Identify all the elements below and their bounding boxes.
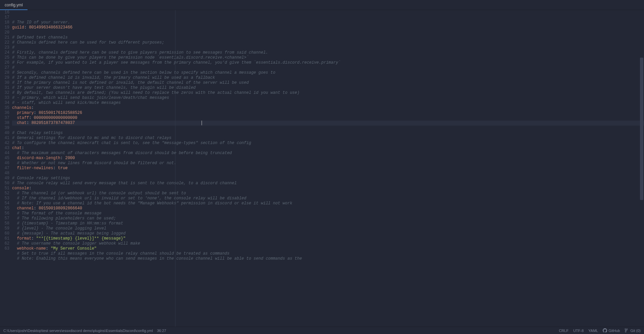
key-token: chat	[17, 121, 26, 125]
line-number: 24	[0, 50, 9, 55]
code-line[interactable]: # Channels defined here can be used for …	[12, 40, 644, 45]
status-file-path: C:\Users\joshr\Desktop\test servers\essx…	[3, 329, 153, 333]
comment-token: #	[12, 65, 14, 70]
code-line[interactable]: # - staff, which will send kick/mute mes…	[12, 101, 644, 106]
comment-token: # The following placeholders can be used…	[17, 216, 116, 221]
code-line[interactable]: discord-max-length: 2000	[12, 156, 644, 161]
comment-token: # The maximum amount of characters messa…	[17, 151, 232, 155]
comment-token: # - primary, which will send basic join/…	[12, 95, 169, 100]
code-line[interactable]: # If your server doesn't have any text c…	[12, 85, 644, 90]
code-line[interactable]	[12, 30, 644, 35]
scrollbar-thumb[interactable]	[640, 58, 643, 200]
git-branch-icon	[625, 328, 629, 333]
code-line[interactable]: # If the channel id/webhook url is inval…	[12, 196, 644, 201]
status-cursor-position[interactable]: 36:27	[157, 329, 166, 333]
code-line[interactable]: # {timestamp} - Timestamp in HH:mm:ss fo…	[12, 221, 644, 226]
token: :	[26, 121, 31, 125]
code-line[interactable]: # Whether or not new lines from discord …	[12, 161, 644, 166]
code-line[interactable]: # Console relay settings	[12, 176, 644, 181]
code-line[interactable]: # This can be done by give your players …	[12, 55, 644, 60]
line-number: 31	[0, 85, 9, 90]
status-line-separator[interactable]: CRLF	[559, 329, 569, 333]
code-line[interactable]: # Firstly, channels defined here can be …	[12, 50, 644, 55]
comment-token: # Whether or not new lines from discord …	[17, 161, 176, 165]
code-line[interactable]: # Note: Enabling this means everyone who…	[12, 256, 644, 261]
comment-token: # By default, two channels are defined; …	[12, 90, 300, 95]
code-line[interactable]: # The ID of your server.	[12, 20, 644, 25]
code-line[interactable]: # Note: If you use a channel id the bot …	[12, 201, 644, 206]
code-line[interactable]: # Defined text channels	[12, 35, 644, 40]
line-number: 25	[0, 55, 9, 60]
code-line[interactable]: channels:	[12, 106, 644, 111]
line-number: 48	[0, 171, 9, 176]
key-token: webhook-name	[17, 246, 46, 251]
code-line[interactable]	[12, 126, 644, 131]
line-number: 43	[0, 146, 9, 151]
tab-config-yml[interactable]: config.yml	[0, 0, 28, 10]
number-token: 801499634866323466	[29, 25, 72, 30]
code-line[interactable]: #	[12, 45, 644, 50]
token: true	[58, 166, 68, 171]
code-line[interactable]: # {level} - The console logging level	[12, 226, 644, 231]
comment-token: # Note: If you use a channel id the bot …	[17, 201, 292, 206]
code-line[interactable]	[12, 171, 644, 176]
code-line[interactable]: channel: 801500108092866640	[12, 206, 644, 211]
number-token: 801500176102588526	[39, 111, 82, 115]
code-line[interactable]: # If the primary channel is not defined …	[12, 80, 644, 85]
code-line[interactable]: #	[12, 65, 644, 70]
line-number: 27	[0, 65, 9, 70]
code-line[interactable]: # The format of the console message	[12, 211, 644, 216]
comment-token: #	[12, 45, 14, 50]
line-number: 18	[0, 20, 9, 25]
code-line[interactable]: webhook-name: "My Server Console"	[12, 246, 644, 251]
code-line[interactable]: primary: 801500176102588526	[12, 111, 644, 116]
line-number: 62	[0, 241, 9, 246]
comment-token: # The username the console logger webhoo…	[17, 241, 140, 246]
code-line[interactable]: # By default, two channels are defined; …	[12, 90, 644, 95]
code-line[interactable]: # The maximum amount of characters messa…	[12, 151, 644, 156]
line-number: 63	[0, 246, 9, 251]
vertical-scrollbar[interactable]	[640, 10, 643, 327]
code-line[interactable]: # Set to true if all messages in the con…	[12, 251, 644, 256]
status-github[interactable]: GitHub	[603, 328, 620, 333]
code-line[interactable]: # The username the console logger webhoo…	[12, 241, 644, 246]
code-line[interactable]: # Secondly, channels defined here can be…	[12, 70, 644, 75]
code-line[interactable]: # Chat relay settings	[12, 131, 644, 136]
code-line[interactable]: # General settings for discord to mc and…	[12, 136, 644, 141]
line-number: 39	[0, 126, 9, 131]
code-line[interactable]: format: "**[{timestamp} {level}]** {mess…	[12, 236, 644, 241]
line-number: 42	[0, 141, 9, 146]
line-number: 56	[0, 211, 9, 216]
comment-token: # If the primary channel is not defined …	[12, 80, 249, 85]
string-token: "My Server Console"	[51, 246, 97, 251]
code-line[interactable]: # The console relay will send every mess…	[12, 181, 644, 186]
status-git[interactable]: Git (0)	[625, 328, 641, 333]
code-line[interactable]: # For example, if you wanted to let a pl…	[12, 60, 644, 65]
code-line[interactable]: # - primary, which will send basic join/…	[12, 95, 644, 101]
editor[interactable]: 1617181920212223242526272829303132333435…	[0, 10, 644, 327]
code-area[interactable]: # The ID of your server.guild: 801499634…	[12, 10, 644, 327]
line-number-gutter: 1617181920212223242526272829303132333435…	[0, 10, 12, 327]
line-number: 55	[0, 206, 9, 211]
code-line[interactable]: # The following placeholders can be used…	[12, 216, 644, 221]
code-line[interactable]: staff: 000000000000000000	[12, 116, 644, 121]
comment-token: # {timestamp} - Timestamp in HH:mm:ss fo…	[17, 221, 123, 226]
code-line[interactable]: # To configure the channel minecraft cha…	[12, 141, 644, 146]
code-line[interactable]: # {message} - The actual message being l…	[12, 231, 644, 236]
code-line[interactable]: console:	[12, 186, 644, 191]
status-encoding[interactable]: UTF-8	[573, 329, 584, 333]
status-language[interactable]: YAML	[588, 329, 598, 333]
code-line[interactable]: chat:	[12, 146, 644, 151]
code-line[interactable]: # The channel id (or webhook url) the co…	[12, 191, 644, 196]
token: :	[60, 156, 65, 160]
token: :	[29, 116, 34, 120]
code-line[interactable]: # If a defined channel id is invalid, th…	[12, 75, 644, 80]
token: :	[46, 246, 51, 251]
status-github-label: GitHub	[608, 329, 620, 333]
comment-token: # Console relay settings	[12, 176, 70, 181]
line-number: 61	[0, 236, 9, 241]
code-line[interactable]: filter-newlines: true	[12, 166, 644, 171]
code-line[interactable]: guild: 801499634866323466	[12, 25, 644, 30]
code-line[interactable]: chat: 802051873787478037	[12, 121, 644, 126]
text-cursor	[202, 121, 202, 125]
